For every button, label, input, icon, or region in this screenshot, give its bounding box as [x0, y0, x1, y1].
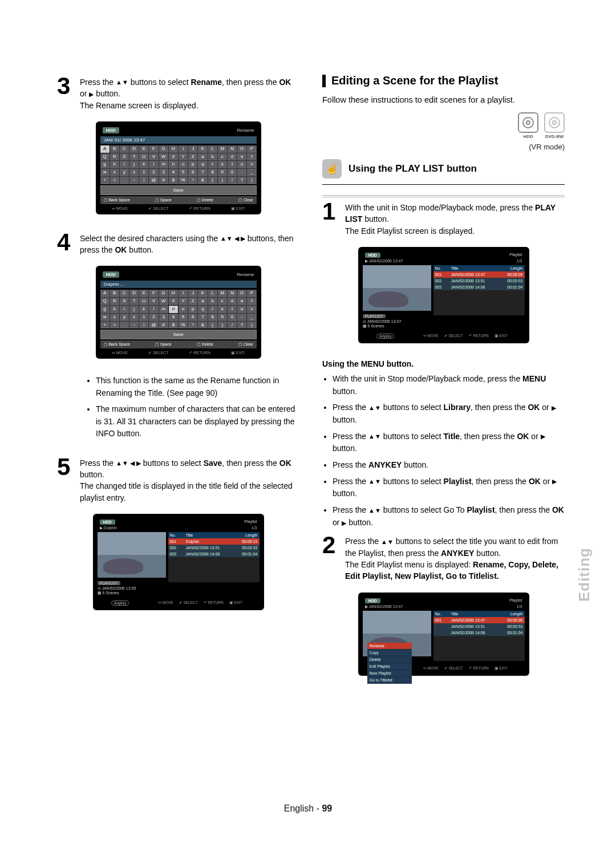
char-key[interactable]: M — [218, 145, 227, 153]
char-key[interactable]: W — [159, 298, 168, 305]
char-key[interactable]: - — [237, 314, 246, 321]
char-key[interactable]: G — [159, 145, 168, 153]
char-key[interactable]: ^ — [188, 177, 197, 184]
char-key[interactable]: 1 — [139, 169, 148, 176]
char-key[interactable]: L — [208, 145, 217, 153]
char-key[interactable]: T — [129, 153, 139, 161]
char-key[interactable]: f — [247, 298, 256, 305]
char-key[interactable]: V — [149, 298, 158, 305]
char-key[interactable]: g — [100, 306, 110, 313]
char-key[interactable]: 4 — [169, 314, 178, 321]
char-key[interactable]: B — [110, 145, 119, 153]
char-key[interactable]: 0 — [228, 169, 237, 176]
char-key[interactable]: U — [139, 153, 148, 161]
save-button[interactable]: Save — [100, 330, 257, 339]
char-key[interactable]: t — [228, 306, 237, 313]
char-key[interactable]: 5 — [179, 314, 188, 321]
char-key[interactable]: 6 — [188, 169, 197, 176]
char-key[interactable]: A — [100, 145, 110, 153]
char-key[interactable]: @ — [149, 177, 158, 184]
table-row[interactable]: 001JAN/02/2006 13:4700:00:09 — [433, 617, 525, 623]
char-key[interactable]: B — [110, 290, 119, 297]
char-key[interactable]: y — [120, 314, 129, 321]
char-key[interactable]: F — [149, 145, 158, 153]
char-key[interactable]: o — [179, 161, 188, 168]
char-key[interactable]: b — [208, 153, 217, 161]
char-key[interactable]: K — [198, 145, 207, 153]
char-key[interactable]: & — [198, 322, 207, 329]
char-key[interactable]: q — [198, 306, 207, 313]
char-key[interactable]: @ — [149, 322, 158, 329]
char-key[interactable]: l — [149, 306, 158, 313]
char-key[interactable]: # — [159, 322, 168, 329]
char-key[interactable]: m — [159, 306, 168, 313]
table-row[interactable]: 001Dolphin00:00:15 — [168, 538, 260, 545]
char-key[interactable]: X — [169, 153, 178, 161]
char-key[interactable]: w — [100, 169, 110, 176]
char-key[interactable]: d — [228, 298, 237, 305]
char-key[interactable]: C — [120, 290, 129, 297]
char-key[interactable]: + — [100, 322, 110, 329]
char-key[interactable]: $ — [169, 322, 178, 329]
char-key[interactable]: I — [179, 290, 188, 297]
char-key[interactable]: p — [188, 306, 197, 313]
char-key[interactable]: 8 — [208, 314, 217, 321]
char-key[interactable]: Y — [179, 298, 188, 305]
char-key[interactable]: e — [237, 153, 246, 161]
char-key[interactable]: q — [198, 161, 207, 168]
char-key[interactable]: S — [120, 153, 129, 161]
char-key[interactable]: j — [129, 161, 139, 168]
table-row[interactable]: JAN/02/2006 13:5100:03:53 — [433, 623, 525, 630]
char-key[interactable]: M — [218, 290, 227, 297]
char-key[interactable]: 0 — [228, 314, 237, 321]
char-key[interactable]: w — [100, 314, 110, 321]
char-key[interactable]: $ — [169, 177, 178, 184]
char-key[interactable]: ~ — [129, 177, 139, 184]
char-key[interactable]: 7 — [198, 169, 207, 176]
char-key[interactable]: D — [129, 145, 139, 153]
char-key[interactable]: = — [110, 177, 119, 184]
char-key[interactable]: T — [129, 298, 139, 305]
char-key[interactable]: R — [110, 298, 119, 305]
char-key[interactable]: V — [149, 153, 158, 161]
char-key[interactable]: | — [247, 177, 256, 184]
char-key[interactable]: I — [179, 145, 188, 153]
char-key[interactable]: O — [237, 145, 246, 153]
char-key[interactable]: 3 — [159, 314, 168, 321]
char-key[interactable]: % — [179, 322, 188, 329]
char-key[interactable]: i — [120, 161, 129, 168]
char-key[interactable]: E — [139, 290, 148, 297]
char-key[interactable]: v — [247, 161, 256, 168]
char-key[interactable]: / — [228, 322, 237, 329]
context-menu[interactable]: RenameCopyDeleteEdit PlaylistNew Playlis… — [367, 643, 412, 684]
char-key[interactable]: u — [237, 306, 246, 313]
char-key[interactable]: L — [208, 290, 217, 297]
menu-item[interactable]: Copy — [367, 650, 412, 656]
char-key[interactable]: f — [247, 153, 256, 161]
char-key[interactable]: G — [159, 290, 168, 297]
char-key[interactable]: s — [218, 306, 227, 313]
char-key[interactable]: d — [228, 153, 237, 161]
menu-item[interactable]: Go to Titlelist — [367, 677, 412, 684]
char-key[interactable]: 2 — [149, 169, 158, 176]
char-key[interactable]: c — [218, 153, 227, 161]
char-key[interactable]: t — [228, 161, 237, 168]
table-row[interactable]: 002JAN/02/2006 13:5100:03:53 — [433, 278, 525, 284]
char-key[interactable]: ~ — [129, 322, 139, 329]
char-key[interactable]: ) — [218, 177, 227, 184]
char-key[interactable]: a — [198, 153, 207, 161]
char-key[interactable]: U — [139, 298, 148, 305]
char-key[interactable]: % — [179, 177, 188, 184]
char-key[interactable]: j — [129, 306, 139, 313]
table-row[interactable]: 002JAN/02/2006 13:5100:03:53 — [168, 545, 260, 551]
char-key[interactable]: H — [169, 290, 178, 297]
char-key[interactable]: K — [198, 290, 207, 297]
char-key[interactable]: r — [208, 306, 217, 313]
char-key[interactable]: e — [237, 298, 246, 305]
char-key[interactable]: u — [237, 161, 246, 168]
char-key[interactable]: - — [237, 169, 246, 176]
char-key[interactable]: n — [169, 306, 178, 313]
char-key[interactable]: . — [120, 322, 129, 329]
menu-item[interactable]: Edit Playlist — [367, 663, 412, 670]
char-key[interactable]: H — [169, 145, 178, 153]
